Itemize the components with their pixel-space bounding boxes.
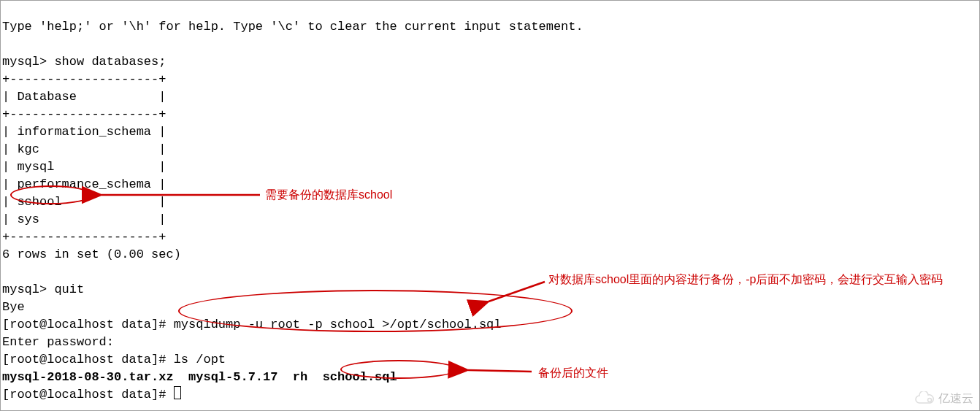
- terminal-line: mysql-2018-08-30.tar.xz mysql-5.7.17 rh …: [2, 370, 397, 384]
- terminal-line: +--------------------+: [2, 230, 166, 244]
- svg-point-3: [928, 399, 932, 402]
- terminal-line: [root@localhost data]# ls /opt: [2, 353, 226, 366]
- arrow-icon: [96, 188, 264, 202]
- terminal-line: Bye: [2, 300, 25, 314]
- watermark: 亿速云: [914, 390, 973, 407]
- annotation-text-file: 备份后的文件: [538, 366, 608, 380]
- terminal-line: [root@localhost data]#: [2, 388, 174, 402]
- terminal-line: mysql> quit: [2, 283, 84, 296]
- terminal-output: Type 'help;' or '\h' for help. Type '\c'…: [1, 1, 583, 404]
- cloud-icon: [914, 391, 935, 406]
- terminal-line: | Database |: [2, 90, 166, 104]
- annotation-circle-school: [10, 185, 92, 204]
- arrow-icon: [462, 361, 535, 379]
- terminal-line: +--------------------+: [2, 72, 166, 86]
- terminal-line: 6 rows in set (0.00 sec): [2, 247, 181, 261]
- arrow-icon: [483, 278, 548, 307]
- terminal-cursor[interactable]: [174, 386, 181, 399]
- terminal-window: Type 'help;' or '\h' for help. Type '\c'…: [0, 0, 980, 411]
- terminal-line: Enter password:: [2, 335, 114, 349]
- svg-line-2: [468, 370, 532, 372]
- terminal-line: | kgc |: [2, 142, 166, 156]
- terminal-line: mysql> show databases;: [2, 55, 166, 69]
- annotation-text-command: 对数据库school里面的内容进行备份，-p后面不加密码，会进行交互输入密码: [548, 272, 954, 287]
- watermark-text: 亿速云: [938, 390, 973, 407]
- svg-line-1: [489, 282, 545, 301]
- terminal-line: | information_schema |: [2, 125, 166, 139]
- annotation-text-school: 需要备份的数据库school: [265, 188, 392, 202]
- terminal-line: | sys |: [2, 212, 166, 226]
- annotation-circle-file: [340, 360, 457, 379]
- terminal-line: Type 'help;' or '\h' for help. Type '\c'…: [2, 20, 583, 34]
- terminal-line: +--------------------+: [2, 107, 166, 121]
- terminal-line: | mysql |: [2, 160, 166, 174]
